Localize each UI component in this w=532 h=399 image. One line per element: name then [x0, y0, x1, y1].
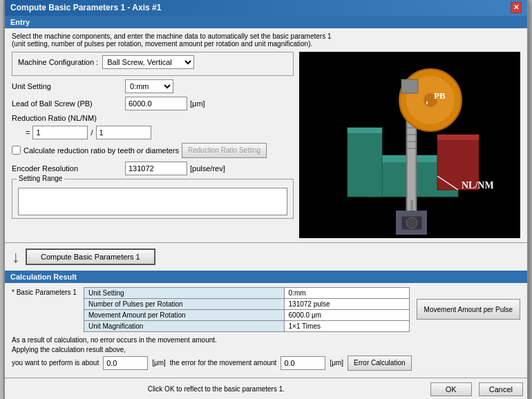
svg-rect-20 — [401, 79, 418, 93]
encoder-label: Encoder Resolution — [12, 164, 122, 173]
reduction-numerator[interactable]: 1 — [32, 126, 88, 139]
lead-unit: [μm] — [190, 99, 205, 108]
reduction-checkbox-label: Calculate reduction ratio by teeth or di… — [23, 146, 179, 155]
reduction-denominator[interactable]: 1 — [96, 126, 151, 139]
title-bar: Compute Basic Parameters 1 - Axis #1 ✕ — [5, 0, 527, 16]
unit-setting-row: Unit Setting 0:mm 1:inch 2:degree 3:puls… — [12, 79, 294, 93]
lead-label: Lead of Ball Screw (PB) — [12, 99, 122, 108]
compute-row: ↓ Compute Basic Parameters 1 — [5, 242, 527, 271]
param-value-1: 131072 pulse — [284, 298, 409, 309]
bottom-note: Click OK to reflect to the basic paramet… — [9, 385, 424, 393]
svg-text:NL/NM: NL/NM — [462, 180, 494, 191]
svg-text:PB: PB — [434, 90, 446, 101]
encoder-unit: [pulse/rev] — [190, 164, 225, 173]
calc-result-header: Calculation Result — [5, 271, 527, 283]
lead-input[interactable]: 6000.0 — [125, 97, 187, 110]
reduction-checkbox-row: Calculate reduction ratio by teeth or di… — [12, 143, 294, 158]
main-content-area: Machine Configuration : Ball Screw, Vert… — [12, 52, 520, 238]
entry-section: Select the machine components, and enter… — [5, 28, 527, 242]
calc-unit2: [μm] — [330, 359, 343, 367]
machine-config-group: Machine Configuration : Ball Screw, Vert… — [12, 52, 294, 76]
table-row: Movement Amount per Rotation 6000.0 μm — [84, 309, 409, 320]
table-row: Number of Pulses per Rotation 131072 pul… — [84, 298, 409, 309]
machine-svg: PB NL/NM — [299, 52, 520, 238]
dialog-title: Compute Basic Parameters 1 - Axis #1 — [10, 3, 161, 12]
reduction-equals: = — [26, 128, 30, 137]
main-dialog: Compute Basic Parameters 1 - Axis #1 ✕ E… — [3, 0, 529, 399]
form-area: Machine Configuration : Ball Screw, Vert… — [12, 52, 294, 238]
calc-input-row: you want to perform is about 0.0 [μm] th… — [12, 356, 520, 371]
error-calculation-button[interactable]: Error Calculation — [348, 356, 411, 371]
entry-description: Select the machine components, and enter… — [12, 32, 520, 48]
encoder-resolution-row: Encoder Resolution 131072 [pulse/rev] — [12, 162, 294, 175]
close-button[interactable]: ✕ — [511, 2, 522, 13]
reduction-ratio-label: Reduction Ratio (NL/NM) — [12, 114, 122, 122]
setting-range-display — [18, 188, 287, 215]
calc-value2-input[interactable]: 0.0 — [281, 356, 325, 370]
param-name-1: Number of Pulses per Rotation — [84, 298, 284, 309]
param-name-0: Unit Setting — [84, 287, 284, 298]
basic-params-label: * Basic Parameters 1 — [12, 287, 77, 296]
compute-button[interactable]: Compute Basic Parameters 1 — [26, 249, 155, 265]
table-row: Unit Magnification 1×1 Times — [84, 320, 409, 331]
calc-note-1: As a result of calculation, no error occ… — [12, 336, 520, 344]
svg-rect-4 — [348, 128, 382, 133]
bottom-bar: Click OK to reflect to the basic paramet… — [5, 378, 527, 400]
reduction-checkbox[interactable] — [12, 146, 21, 155]
machine-config-select[interactable]: Ball Screw, Vertical Ball Screw, Horizon… — [102, 55, 194, 69]
calc-table-area: * Basic Parameters 1 Unit Setting 0:mm N… — [12, 287, 520, 332]
svg-point-23 — [406, 217, 417, 228]
movement-per-pulse-button[interactable]: Movement Amount per Pulse — [417, 299, 520, 320]
unit-setting-select[interactable]: 0:mm 1:inch 2:degree 3:pulse — [125, 79, 173, 93]
setting-range-title: Setting Range — [17, 175, 64, 182]
entry-section-header: Entry — [5, 16, 527, 28]
encoder-input[interactable]: 131072 — [125, 162, 187, 175]
reduction-ratio-label-row: Reduction Ratio (NL/NM) — [12, 114, 294, 122]
lead-ball-screw-row: Lead of Ball Screw (PB) 6000.0 [μm] — [12, 97, 294, 110]
reduction-ratio-setting-button[interactable]: Reduction Ratio Setting — [182, 143, 267, 158]
calc-unit1: [μm] — [152, 359, 166, 367]
machine-config-label: Machine Configuration : — [18, 58, 98, 66]
reduction-slash: / — [91, 128, 93, 137]
calc-section: * Basic Parameters 1 Unit Setting 0:mm N… — [5, 283, 527, 378]
table-row: Unit Setting 0:mm — [84, 287, 409, 298]
svg-rect-6 — [437, 135, 479, 140]
ok-button[interactable]: OK — [430, 382, 472, 396]
param-value-0: 0:mm — [284, 287, 409, 298]
calc-prefix: you want to perform is about — [12, 359, 99, 367]
param-name-3: Unit Magnification — [84, 320, 284, 331]
machine-image-area: PB NL/NM — [299, 52, 520, 238]
param-value-3: 1×1 Times — [284, 320, 409, 331]
down-arrow-icon: ↓ — [12, 247, 20, 266]
param-name-2: Movement Amount per Rotation — [84, 309, 284, 320]
reduction-ratio-inputs: = 1 / 1 — [12, 126, 294, 139]
calc-middle: the error for the movement amount — [170, 359, 277, 367]
cancel-button[interactable]: Cancel — [479, 382, 523, 396]
params-table: Unit Setting 0:mm Number of Pulses per R… — [84, 287, 410, 332]
unit-setting-label: Unit Setting — [12, 82, 122, 90]
param-value-2: 6000.0 μm — [284, 309, 409, 320]
svg-rect-3 — [348, 128, 382, 197]
calc-value1-input[interactable]: 0.0 — [103, 356, 148, 370]
machine-config-row: Machine Configuration : Ball Screw, Vert… — [18, 55, 287, 69]
calc-note-2: Applying the calculation result above, — [12, 346, 520, 353]
setting-range-group: Setting Range — [12, 179, 294, 219]
